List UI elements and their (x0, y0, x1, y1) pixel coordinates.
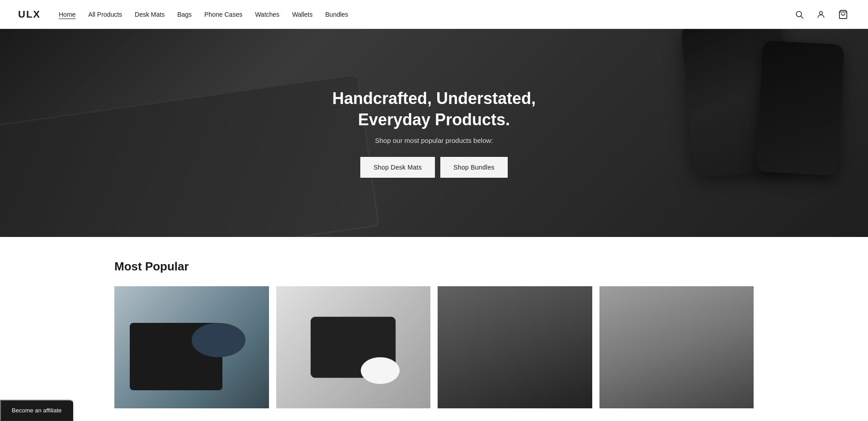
nav-link-all-products[interactable]: All Products (88, 11, 122, 18)
header: ULX Home All Products Desk Mats Bags Pho… (0, 0, 868, 29)
person-icon (816, 10, 826, 19)
hero-section: Handcrafted, Understated, Everyday Produ… (0, 29, 868, 237)
nav-item-wallets[interactable]: Wallets (292, 10, 312, 19)
nav-item-watches[interactable]: Watches (255, 10, 279, 19)
product-image-3 (438, 286, 592, 408)
nav-item-home[interactable]: Home (59, 10, 75, 19)
search-button[interactable] (793, 8, 806, 21)
header-left: ULX Home All Products Desk Mats Bags Pho… (18, 9, 348, 20)
hero-title: Handcrafted, Understated, Everyday Produ… (307, 88, 561, 131)
main-nav: Home All Products Desk Mats Bags Phone C… (59, 10, 348, 19)
hero-subtitle: Shop our most popular products below: (307, 137, 561, 144)
product-card-4[interactable] (599, 286, 754, 408)
product-card-3[interactable] (438, 286, 592, 408)
product-card-2[interactable] (276, 286, 431, 408)
nav-item-desk-mats[interactable]: Desk Mats (135, 10, 165, 19)
nav-link-wallets[interactable]: Wallets (292, 11, 312, 18)
svg-point-2 (820, 11, 823, 14)
svg-line-1 (801, 16, 803, 18)
hero-buttons: Shop Desk Mats Shop Bundles (307, 157, 561, 178)
most-popular-heading: Most Popular (114, 260, 754, 274)
nav-link-watches[interactable]: Watches (255, 11, 279, 18)
header-icons (793, 8, 850, 21)
nav-item-bags[interactable]: Bags (177, 10, 192, 19)
nav-link-desk-mats[interactable]: Desk Mats (135, 11, 165, 18)
hero-content: Handcrafted, Understated, Everyday Produ… (307, 88, 561, 178)
shop-bundles-button[interactable]: Shop Bundles (440, 157, 508, 178)
nav-item-bundles[interactable]: Bundles (326, 10, 349, 19)
nav-link-phone-cases[interactable]: Phone Cases (204, 11, 242, 18)
search-icon (795, 10, 804, 19)
logo[interactable]: ULX (18, 9, 41, 20)
nav-list: Home All Products Desk Mats Bags Phone C… (59, 10, 348, 19)
product-image-1 (114, 286, 269, 408)
product-grid (114, 286, 754, 408)
shop-desk-mats-button[interactable]: Shop Desk Mats (360, 157, 435, 178)
nav-link-bundles[interactable]: Bundles (326, 11, 349, 18)
most-popular-section: Most Popular (0, 237, 868, 421)
cart-button[interactable] (836, 8, 850, 21)
product-image-2 (276, 286, 431, 408)
product-image-4 (599, 286, 754, 408)
nav-link-bags[interactable]: Bags (177, 11, 192, 18)
nav-item-phone-cases[interactable]: Phone Cases (204, 10, 242, 19)
account-button[interactable] (815, 8, 827, 21)
nav-link-home[interactable]: Home (59, 11, 75, 18)
nav-item-all-products[interactable]: All Products (88, 10, 122, 19)
hero-device-case (756, 40, 844, 175)
affiliate-badge-button[interactable]: Become an affiliate (0, 400, 73, 421)
cart-icon (838, 9, 848, 19)
product-card-1[interactable] (114, 286, 269, 408)
